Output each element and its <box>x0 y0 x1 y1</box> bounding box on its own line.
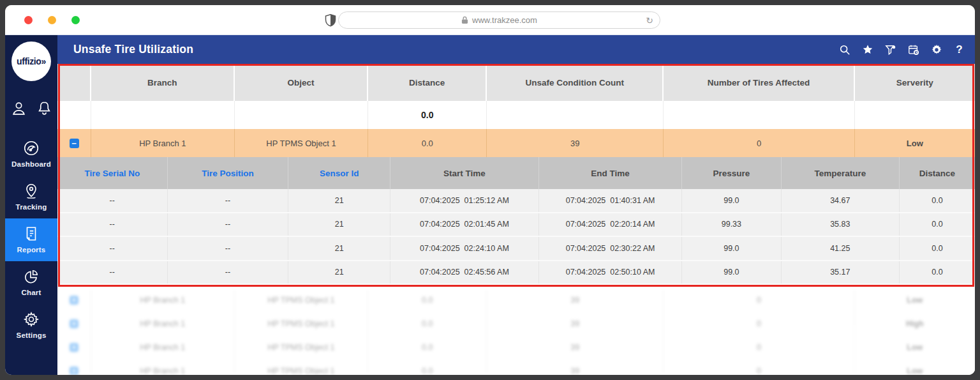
collapsed-report-row[interactable]: + HP Branch 1 HP TPMS Object 1 0.0 39 0 … <box>57 335 975 359</box>
gear-icon <box>23 311 40 328</box>
col-pressure[interactable]: Pressure <box>682 157 781 189</box>
speedometer-icon <box>23 140 40 156</box>
report-content: Branch Object Distance Unsafe Condition … <box>57 64 975 375</box>
privacy-shield-icon[interactable] <box>325 14 336 27</box>
row-tires-affected: 0 <box>664 129 854 157</box>
col-branch[interactable]: Branch <box>91 64 234 101</box>
col-severity[interactable]: Serverity <box>855 64 975 101</box>
report-doc-icon <box>23 225 40 242</box>
sidebar-label-dashboard: Dashboard <box>11 160 51 168</box>
expand-row-button[interactable]: + <box>70 343 78 352</box>
col-tire-serial-no[interactable]: Tire Serial No <box>57 157 168 189</box>
summary-row: 0.0 <box>57 101 975 129</box>
browser-chrome: www.trakzee.com ↻ <box>5 5 975 35</box>
header-actions: ? <box>838 43 965 56</box>
col-unsafe-condition-count[interactable]: Unsafe Condition Count <box>487 64 664 101</box>
sidebar-label-tracking: Tracking <box>16 203 47 211</box>
row-branch: HP Branch 1 <box>91 129 234 157</box>
uffizio-logo[interactable]: uffizio» <box>11 42 51 81</box>
url-text: www.trakzee.com <box>472 15 537 25</box>
reload-icon[interactable]: ↻ <box>646 15 653 26</box>
sidebar-item-reports[interactable]: Reports <box>5 218 57 261</box>
col-tire-position[interactable]: Tire Position <box>168 157 289 189</box>
user-icon[interactable] <box>11 100 27 116</box>
sidebar-quick-icons <box>11 100 52 116</box>
expand-row-button[interactable]: + <box>70 296 78 305</box>
pie-chart-icon <box>23 268 40 285</box>
address-bar[interactable]: www.trakzee.com ↻ <box>338 11 660 29</box>
collapsed-report-row[interactable]: + HP Branch 1 HP TPMS Object 1 0.0 39 0 … <box>57 288 975 312</box>
sidebar-item-dashboard[interactable]: Dashboard <box>5 133 57 176</box>
row-unsafe-condition-count: 39 <box>487 129 664 157</box>
notifications-bell-icon[interactable] <box>36 100 52 116</box>
detail-row: -- -- 21 07:04:2025 02:45:56 AM 07:04:20… <box>57 261 975 285</box>
sidebar-label-reports: Reports <box>17 246 46 254</box>
sidebar-label-chart: Chart <box>21 289 41 296</box>
report-table-header: Branch Object Distance Unsafe Condition … <box>57 64 975 101</box>
detail-row: -- -- 21 07:04:2025 01:25:12 AM 07:04:20… <box>57 189 975 213</box>
sidebar-item-settings[interactable]: Settings <box>5 304 57 347</box>
col-distance-detail[interactable]: Distance <box>900 157 975 189</box>
sidebar-item-chart[interactable]: Chart <box>5 261 57 304</box>
minimize-window-button[interactable] <box>48 16 56 24</box>
col-distance[interactable]: Distance <box>368 64 487 101</box>
screenshot-frame: www.trakzee.com ↻ uffizio» <box>0 0 980 380</box>
collapsed-report-row[interactable]: + HP Branch 1 HP TPMS Object 1 0.0 39 0 … <box>57 312 975 335</box>
search-icon[interactable] <box>838 43 850 56</box>
settings-gear-icon[interactable] <box>930 43 942 56</box>
row-severity: Low <box>855 129 975 157</box>
expand-row-button[interactable]: + <box>70 367 78 376</box>
detail-row: -- -- 21 07:04:2025 02:01:45 AM 07:04:20… <box>57 213 975 238</box>
collapse-row-button[interactable]: − <box>70 139 79 148</box>
filter-funnel-icon[interactable] <box>884 43 896 56</box>
collapsed-rows-section: + HP Branch 1 HP TPMS Object 1 0.0 39 0 … <box>57 288 975 375</box>
expanded-report-row[interactable]: − HP Branch 1 HP TPMS Object 1 0.0 39 0 … <box>57 129 975 157</box>
browser-window: www.trakzee.com ↻ uffizio» <box>5 5 975 375</box>
zoom-window-button[interactable] <box>71 16 80 24</box>
window-controls <box>24 16 80 24</box>
expand-row-button[interactable]: + <box>70 319 78 328</box>
detail-table-header: Tire Serial No Tire Position Sensor Id S… <box>57 157 975 189</box>
help-icon[interactable]: ? <box>953 43 965 56</box>
col-temperature[interactable]: Temperature <box>782 157 900 189</box>
favorites-star-icon[interactable] <box>861 43 873 56</box>
col-tires-affected[interactable]: Number of Tires Affected <box>664 64 854 101</box>
detail-row: -- -- 21 07:04:2025 02:24:10 AM 07:04:20… <box>57 237 975 261</box>
app-header-bar: Unsafe Tire Utilization <box>57 35 975 64</box>
page-title: Unsafe Tire Utilization <box>73 43 193 56</box>
col-start-time[interactable]: Start Time <box>390 157 539 189</box>
sidebar-nav: Dashboard Tracking Reports <box>5 133 57 347</box>
row-distance: 0.0 <box>368 129 487 157</box>
close-window-button[interactable] <box>24 16 33 24</box>
schedule-calendar-icon[interactable] <box>907 43 919 56</box>
sidebar-label-settings: Settings <box>17 331 47 339</box>
lock-icon <box>461 16 468 24</box>
sidebar: uffizio» Dashboard <box>5 35 57 375</box>
row-object: HP TPMS Object 1 <box>235 129 369 157</box>
col-sensor-id[interactable]: Sensor Id <box>288 157 390 189</box>
main-area: Unsafe Tire Utilization <box>57 35 975 375</box>
col-end-time[interactable]: End Time <box>539 157 682 189</box>
collapsed-report-row[interactable]: + HP Branch 1 HP TPMS Object 1 0.0 39 0 … <box>57 359 975 375</box>
logo-text: uffizio» <box>17 56 46 66</box>
col-object[interactable]: Object <box>235 64 369 101</box>
summary-distance: 0.0 <box>368 101 487 129</box>
map-pin-icon <box>23 183 40 199</box>
sidebar-item-tracking[interactable]: Tracking <box>5 176 57 218</box>
col-expander <box>57 64 91 101</box>
